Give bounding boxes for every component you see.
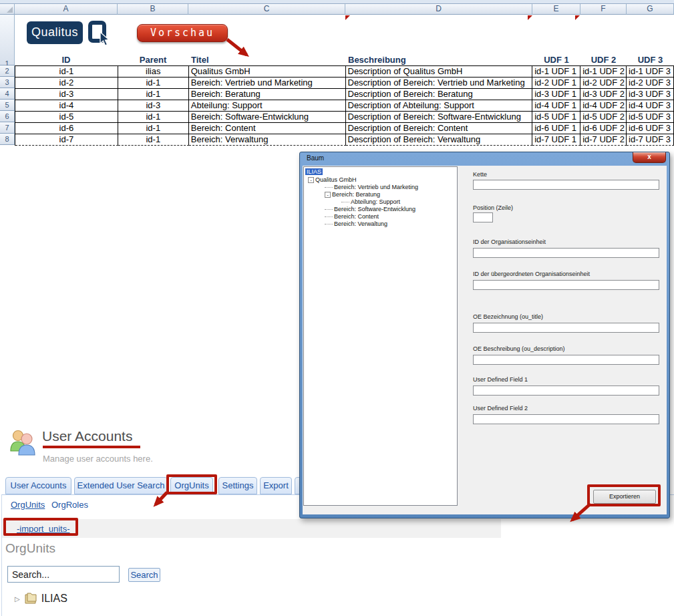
table-cell[interactable]: Bereich: Content <box>189 123 346 134</box>
tab-extended-user-search[interactable]: Extended User Search <box>74 477 168 494</box>
table-cell[interactable]: id-3 UDF 1 <box>532 89 580 100</box>
table-cell[interactable]: Description of Bereich: Vertrieb und Mar… <box>346 78 533 89</box>
tree-expander-icon[interactable]: - <box>308 177 314 183</box>
field-input[interactable] <box>473 248 659 258</box>
tab-settings[interactable]: Settings <box>218 477 257 494</box>
tree-guide-line <box>325 209 333 210</box>
org-tree-node[interactable]: Abteilung: Support <box>304 198 457 206</box>
table-cell[interactable]: Description of Bereich: Verwaltung <box>346 134 533 146</box>
table-cell[interactable]: id-1 UDF 1 <box>532 66 580 78</box>
table-cell[interactable]: id-7 UDF 1 <box>532 134 580 146</box>
table-cell[interactable]: Abteilung: Support <box>189 100 346 112</box>
select-all-corner[interactable] <box>0 4 15 15</box>
column-header-C[interactable]: C <box>188 4 345 15</box>
org-tree-node[interactable]: Bereich: Verwaltung <box>304 220 457 228</box>
row-header-7[interactable]: 7 <box>0 122 15 134</box>
tree-item-ilias[interactable]: ▷ ILIAS <box>15 591 67 606</box>
field-input[interactable] <box>473 414 659 424</box>
table-cell[interactable]: Description of Abteilung: Support <box>346 100 533 112</box>
tab-orgunits[interactable]: OrgUnits <box>170 477 213 494</box>
tab-export[interactable]: Export <box>260 477 292 494</box>
field-input[interactable] <box>473 386 659 396</box>
subnav-link-orgroles[interactable]: OrgRoles <box>51 500 88 510</box>
table-cell[interactable]: id-3 UDF 3 <box>627 89 674 100</box>
column-header-E[interactable]: E <box>532 4 580 15</box>
table-cell[interactable]: id-6 UDF 1 <box>532 123 580 134</box>
table-cell[interactable]: id-7 UDF 3 <box>627 134 674 146</box>
table-cell[interactable]: id-5 <box>15 112 118 123</box>
table-cell[interactable]: id-7 <box>15 134 118 146</box>
table-cell[interactable]: id-2 UDF 2 <box>580 78 627 89</box>
table-cell[interactable]: id-4 <box>15 100 118 112</box>
table-cell[interactable]: Description of Qualitus GmbH <box>346 66 533 78</box>
tree-expander-icon[interactable]: ▷ <box>15 595 20 603</box>
table-cell[interactable]: Description of Bereich: Content <box>346 123 533 134</box>
close-icon[interactable]: x <box>633 152 666 163</box>
import-units-link[interactable]: -import_units- <box>17 524 69 534</box>
field-input[interactable] <box>473 212 493 222</box>
table-cell[interactable]: Bereich: Beratung <box>189 89 346 100</box>
table-cell[interactable]: id-3 <box>118 100 189 112</box>
row-header-6[interactable]: 6 <box>0 111 15 122</box>
column-header-B[interactable]: B <box>118 4 188 15</box>
column-header-F[interactable]: F <box>580 4 627 15</box>
row-header-8[interactable]: 8 <box>0 134 15 145</box>
table-cell[interactable]: id-5 UDF 2 <box>580 112 627 123</box>
column-header-G[interactable]: G <box>627 4 674 15</box>
org-tree-node[interactable]: Bereich: Content <box>304 213 457 220</box>
table-cell[interactable]: ilias <box>118 66 189 78</box>
exportieren-button[interactable]: Exportieren <box>593 490 656 504</box>
field-input[interactable] <box>473 323 659 333</box>
column-header-A[interactable]: A <box>15 4 118 15</box>
table-cell[interactable]: id-2 UDF 3 <box>627 78 674 89</box>
table-cell[interactable]: id-6 <box>15 123 118 134</box>
table-cell[interactable]: id-4 UDF 3 <box>627 100 674 112</box>
org-tree-node[interactable]: Bereich: Vertrieb und Marketing <box>304 184 457 191</box>
row-header-1[interactable]: 1 <box>0 15 15 65</box>
table-cell[interactable]: id-2 UDF 1 <box>532 78 580 89</box>
table-cell[interactable]: id-1 <box>118 134 189 146</box>
field-input[interactable] <box>473 280 659 290</box>
search-button[interactable]: Search <box>128 568 160 582</box>
subnav-link-orgunits[interactable]: OrgUnits <box>11 500 45 510</box>
table-cell[interactable]: id-6 UDF 3 <box>627 123 674 134</box>
table-cell[interactable]: id-1 <box>118 78 189 89</box>
table-cell[interactable]: id-1 <box>118 112 189 123</box>
row-header-4[interactable]: 4 <box>0 88 15 100</box>
search-input[interactable] <box>7 566 120 583</box>
org-tree-node[interactable]: -Qualitus GmbH <box>304 176 457 184</box>
table-cell[interactable]: Bereich: Vertrieb und Marketing <box>189 78 346 89</box>
field-input[interactable] <box>473 180 659 190</box>
row-header-5[interactable]: 5 <box>0 100 15 111</box>
vorschau-button[interactable]: Vorschau <box>137 24 228 42</box>
table-cell[interactable]: id-1 UDF 2 <box>580 66 627 78</box>
field-label: User Defined Field 2 <box>473 405 528 412</box>
tree-root-ilias[interactable]: ILIAS <box>305 168 323 175</box>
table-cell[interactable]: id-2 <box>15 78 118 89</box>
table-cell[interactable]: Qualitus GmbH <box>189 66 346 78</box>
table-cell[interactable]: id-1 <box>118 123 189 134</box>
table-cell[interactable]: id-6 UDF 2 <box>580 123 627 134</box>
table-cell[interactable]: id-1 <box>118 89 189 100</box>
column-header-D[interactable]: D <box>345 4 532 15</box>
field-input[interactable] <box>473 355 659 365</box>
tree-expander-icon[interactable]: - <box>325 192 331 198</box>
table-cell[interactable]: id-7 UDF 2 <box>580 134 627 146</box>
table-cell[interactable]: id-5 UDF 3 <box>627 112 674 123</box>
table-cell[interactable]: id-3 UDF 2 <box>580 89 627 100</box>
table-cell[interactable]: id-1 <box>15 66 118 78</box>
table-cell[interactable]: id-5 UDF 1 <box>532 112 580 123</box>
table-cell[interactable]: id-4 UDF 1 <box>532 100 580 112</box>
table-cell[interactable]: id-1 UDF 3 <box>627 66 674 78</box>
table-cell[interactable]: id-4 UDF 2 <box>580 100 627 112</box>
table-cell[interactable]: Bereich: Software-Entwicklung <box>189 112 346 123</box>
table-cell[interactable]: Description of Bereich: Beratung <box>346 89 533 100</box>
org-tree-node[interactable]: Bereich: Software-Entwicklung <box>304 206 457 213</box>
table-cell[interactable]: id-3 <box>15 89 118 100</box>
table-cell[interactable]: Bereich: Verwaltung <box>189 134 346 146</box>
row-header-3[interactable]: 3 <box>0 77 15 88</box>
tab-user-accounts[interactable]: User Accounts <box>5 477 71 494</box>
row-header-2[interactable]: 2 <box>0 65 15 77</box>
org-tree-node[interactable]: -Bereich: Beratung <box>304 191 457 198</box>
table-cell[interactable]: Description of Bereich: Software-Entwick… <box>346 112 533 123</box>
